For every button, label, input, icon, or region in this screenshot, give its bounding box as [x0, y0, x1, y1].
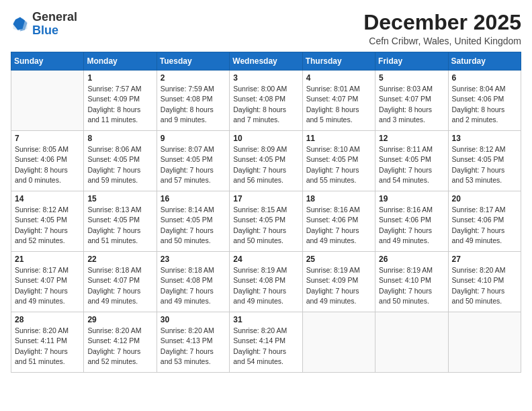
day-number: 10	[233, 134, 298, 143]
calendar-cell	[11, 71, 84, 131]
day-number: 21	[15, 255, 80, 264]
title-block: December 2025 Cefn Cribwr, Wales, United…	[363, 11, 521, 46]
day-info: Sunrise: 8:20 AM Sunset: 4:11 PM Dayligh…	[15, 326, 80, 367]
calendar-cell	[448, 312, 521, 373]
calendar-cell	[375, 312, 448, 373]
logo-icon	[11, 15, 30, 34]
weekday-header: Monday	[84, 52, 157, 71]
day-info: Sunrise: 8:12 AM Sunset: 4:05 PM Dayligh…	[452, 144, 517, 185]
week-row: 28Sunrise: 8:20 AM Sunset: 4:11 PM Dayli…	[11, 312, 521, 373]
day-info: Sunrise: 8:04 AM Sunset: 4:06 PM Dayligh…	[452, 84, 517, 125]
day-number: 18	[306, 194, 371, 203]
calendar-cell: 19Sunrise: 8:16 AM Sunset: 4:06 PM Dayli…	[375, 191, 448, 252]
day-number: 6	[452, 73, 517, 83]
day-number: 29	[87, 315, 152, 324]
day-info: Sunrise: 8:06 AM Sunset: 4:05 PM Dayligh…	[87, 144, 152, 185]
calendar-cell: 16Sunrise: 8:14 AM Sunset: 4:05 PM Dayli…	[157, 191, 229, 252]
calendar-cell: 10Sunrise: 8:09 AM Sunset: 4:05 PM Dayli…	[230, 131, 302, 191]
calendar-cell: 11Sunrise: 8:10 AM Sunset: 4:05 PM Dayli…	[302, 131, 375, 191]
calendar-cell: 15Sunrise: 8:13 AM Sunset: 4:05 PM Dayli…	[84, 191, 157, 252]
calendar-cell: 31Sunrise: 8:20 AM Sunset: 4:14 PM Dayli…	[230, 312, 302, 373]
day-info: Sunrise: 8:20 AM Sunset: 4:14 PM Dayligh…	[233, 326, 298, 367]
week-row: 21Sunrise: 8:17 AM Sunset: 4:07 PM Dayli…	[11, 252, 521, 312]
day-number: 3	[233, 73, 298, 83]
calendar-cell: 22Sunrise: 8:18 AM Sunset: 4:07 PM Dayli…	[84, 252, 157, 312]
day-info: Sunrise: 8:16 AM Sunset: 4:06 PM Dayligh…	[379, 205, 444, 246]
day-number: 15	[87, 194, 152, 203]
calendar-cell: 23Sunrise: 8:18 AM Sunset: 4:08 PM Dayli…	[157, 252, 229, 312]
day-info: Sunrise: 8:01 AM Sunset: 4:07 PM Dayligh…	[306, 84, 371, 125]
calendar-cell: 27Sunrise: 8:20 AM Sunset: 4:10 PM Dayli…	[448, 252, 521, 312]
logo-text: General Blue	[32, 11, 77, 38]
day-number: 2	[161, 73, 226, 83]
day-number: 23	[161, 255, 226, 264]
weekday-header: Saturday	[448, 52, 521, 71]
day-number: 16	[161, 194, 226, 203]
weekday-header: Friday	[375, 52, 448, 71]
day-number: 17	[233, 194, 298, 203]
day-info: Sunrise: 8:19 AM Sunset: 4:09 PM Dayligh…	[306, 265, 371, 306]
day-number: 19	[379, 194, 444, 203]
day-number: 27	[452, 255, 517, 264]
day-number: 14	[15, 194, 80, 203]
calendar-cell	[302, 312, 375, 373]
weekday-header: Wednesday	[230, 52, 302, 71]
day-info: Sunrise: 8:17 AM Sunset: 4:07 PM Dayligh…	[15, 265, 80, 306]
week-row: 7Sunrise: 8:05 AM Sunset: 4:06 PM Daylig…	[11, 131, 521, 191]
day-number: 5	[379, 73, 444, 83]
calendar-cell: 13Sunrise: 8:12 AM Sunset: 4:05 PM Dayli…	[448, 131, 521, 191]
day-number: 12	[379, 134, 444, 143]
day-info: Sunrise: 8:18 AM Sunset: 4:07 PM Dayligh…	[87, 265, 152, 306]
calendar-cell: 8Sunrise: 8:06 AM Sunset: 4:05 PM Daylig…	[84, 131, 157, 191]
day-info: Sunrise: 8:18 AM Sunset: 4:08 PM Dayligh…	[161, 265, 226, 306]
day-info: Sunrise: 8:07 AM Sunset: 4:05 PM Dayligh…	[161, 144, 226, 185]
day-info: Sunrise: 8:05 AM Sunset: 4:06 PM Dayligh…	[15, 144, 80, 185]
day-number: 8	[87, 134, 152, 143]
calendar-cell: 20Sunrise: 8:17 AM Sunset: 4:06 PM Dayli…	[448, 191, 521, 252]
calendar-cell: 17Sunrise: 8:15 AM Sunset: 4:05 PM Dayli…	[230, 191, 302, 252]
calendar-cell: 6Sunrise: 8:04 AM Sunset: 4:06 PM Daylig…	[448, 71, 521, 131]
day-number: 25	[306, 255, 371, 264]
calendar-cell: 28Sunrise: 8:20 AM Sunset: 4:11 PM Dayli…	[11, 312, 84, 373]
calendar-cell: 25Sunrise: 8:19 AM Sunset: 4:09 PM Dayli…	[302, 252, 375, 312]
calendar-cell: 12Sunrise: 8:11 AM Sunset: 4:05 PM Dayli…	[375, 131, 448, 191]
day-info: Sunrise: 8:20 AM Sunset: 4:12 PM Dayligh…	[87, 326, 152, 367]
day-info: Sunrise: 8:15 AM Sunset: 4:05 PM Dayligh…	[233, 205, 298, 246]
calendar-cell: 9Sunrise: 8:07 AM Sunset: 4:05 PM Daylig…	[157, 131, 229, 191]
day-info: Sunrise: 8:19 AM Sunset: 4:08 PM Dayligh…	[233, 265, 298, 306]
day-info: Sunrise: 8:11 AM Sunset: 4:05 PM Dayligh…	[379, 144, 444, 185]
logo: General Blue	[11, 11, 77, 38]
day-number: 31	[233, 315, 298, 324]
calendar-cell: 29Sunrise: 8:20 AM Sunset: 4:12 PM Dayli…	[84, 312, 157, 373]
day-info: Sunrise: 8:13 AM Sunset: 4:05 PM Dayligh…	[87, 205, 152, 246]
month-title: December 2025	[363, 11, 521, 34]
day-number: 9	[161, 134, 226, 143]
day-number: 30	[161, 315, 226, 324]
day-number: 22	[87, 255, 152, 264]
calendar-cell: 3Sunrise: 8:00 AM Sunset: 4:08 PM Daylig…	[230, 71, 302, 131]
calendar-header-row: SundayMondayTuesdayWednesdayThursdayFrid…	[11, 52, 521, 71]
day-number: 28	[15, 315, 80, 324]
day-info: Sunrise: 8:09 AM Sunset: 4:05 PM Dayligh…	[233, 144, 298, 185]
day-number: 24	[233, 255, 298, 264]
weekday-header: Thursday	[302, 52, 375, 71]
day-number: 11	[306, 134, 371, 143]
day-info: Sunrise: 8:00 AM Sunset: 4:08 PM Dayligh…	[233, 84, 298, 125]
calendar-table: SundayMondayTuesdayWednesdayThursdayFrid…	[11, 52, 521, 373]
day-info: Sunrise: 7:57 AM Sunset: 4:09 PM Dayligh…	[87, 84, 152, 125]
day-info: Sunrise: 8:12 AM Sunset: 4:05 PM Dayligh…	[15, 205, 80, 246]
day-number: 1	[87, 73, 152, 83]
week-row: 14Sunrise: 8:12 AM Sunset: 4:05 PM Dayli…	[11, 191, 521, 252]
calendar-cell: 21Sunrise: 8:17 AM Sunset: 4:07 PM Dayli…	[11, 252, 84, 312]
day-number: 20	[452, 194, 517, 203]
calendar-cell: 2Sunrise: 7:59 AM Sunset: 4:08 PM Daylig…	[157, 71, 229, 131]
weekday-header: Tuesday	[157, 52, 229, 71]
location: Cefn Cribwr, Wales, United Kingdom	[363, 36, 521, 46]
day-info: Sunrise: 8:10 AM Sunset: 4:05 PM Dayligh…	[306, 144, 371, 185]
calendar-cell: 26Sunrise: 8:19 AM Sunset: 4:10 PM Dayli…	[375, 252, 448, 312]
calendar-cell: 4Sunrise: 8:01 AM Sunset: 4:07 PM Daylig…	[302, 71, 375, 131]
calendar-cell: 30Sunrise: 8:20 AM Sunset: 4:13 PM Dayli…	[157, 312, 229, 373]
page-header: General Blue December 2025 Cefn Cribwr, …	[11, 11, 521, 46]
calendar-cell: 7Sunrise: 8:05 AM Sunset: 4:06 PM Daylig…	[11, 131, 84, 191]
day-info: Sunrise: 8:20 AM Sunset: 4:10 PM Dayligh…	[452, 265, 517, 306]
